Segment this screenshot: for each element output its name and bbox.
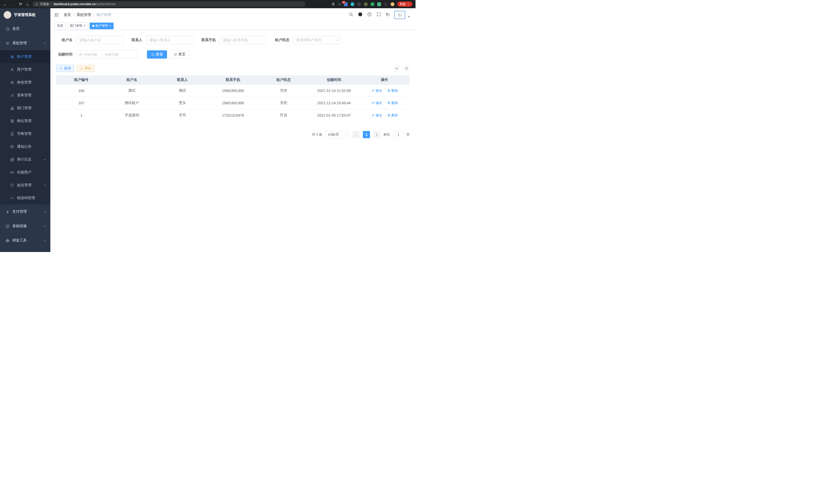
fullscreen-icon[interactable] bbox=[376, 12, 381, 18]
status-label: 租户状态 bbox=[275, 38, 289, 42]
bookmark-star-icon[interactable]: ☆ bbox=[338, 2, 341, 6]
active-dot-icon bbox=[92, 25, 94, 27]
edit-button[interactable]: 修改 bbox=[371, 101, 382, 105]
add-button[interactable]: 新增 bbox=[56, 65, 74, 72]
tab-label: 首页 bbox=[57, 24, 63, 28]
sidebar-item-home[interactable]: 首页 bbox=[0, 22, 50, 36]
delete-button[interactable]: 删除 bbox=[387, 88, 398, 93]
url-domain: dashboard.yudao.iocoder.cn bbox=[54, 2, 95, 6]
date-start-input[interactable] bbox=[84, 53, 101, 57]
menu-kebab-icon[interactable]: ⋮ bbox=[407, 2, 410, 6]
breadcrumb-separator: / bbox=[73, 13, 74, 17]
browser-forward-icon[interactable]: → bbox=[11, 2, 15, 6]
chevron-down-icon bbox=[44, 158, 46, 160]
browser-refresh-icon[interactable]: ⟳ bbox=[19, 2, 22, 6]
code-icon bbox=[10, 196, 14, 200]
sidebar-item-infrastructure[interactable]: 基础设施 bbox=[0, 219, 50, 233]
browser-back-icon[interactable]: ← bbox=[3, 2, 7, 6]
address-bar[interactable]: ⚠ 不安全 dashboard.yudao.iocoder.cn/system/… bbox=[32, 1, 305, 7]
extension-icon-6[interactable] bbox=[377, 2, 381, 6]
help-icon[interactable]: ? bbox=[367, 12, 372, 18]
breadcrumb-item[interactable]: 首页 bbox=[64, 12, 71, 17]
github-icon[interactable] bbox=[358, 12, 363, 18]
tab-tenant[interactable]: 租户管理 × bbox=[90, 23, 114, 29]
page-number-button[interactable]: 1 bbox=[363, 131, 370, 138]
header-search-icon[interactable] bbox=[349, 12, 353, 18]
sidebar-item-sms[interactable]: 短信管理 bbox=[0, 179, 50, 191]
extension-icon-7[interactable] bbox=[384, 2, 388, 6]
tenant-name-input[interactable] bbox=[76, 36, 124, 44]
edit-button[interactable]: 修改 bbox=[371, 88, 382, 93]
sidebar-item-system[interactable]: 系统管理 bbox=[0, 36, 50, 50]
sidebar-item-online-users[interactable]: 在线用户 bbox=[0, 166, 50, 179]
sidebar-item-payment[interactable]: 支付管理 bbox=[0, 205, 50, 219]
goto-page-input[interactable] bbox=[393, 131, 403, 138]
sidebar-item-dict[interactable]: 字典管理 bbox=[0, 127, 50, 140]
prev-page-button[interactable]: ‹ bbox=[352, 131, 360, 138]
sidebar-item-label: 错误码管理 bbox=[17, 196, 35, 200]
chevron-down-icon[interactable] bbox=[408, 16, 410, 18]
sidebar-item-label: 在线用户 bbox=[17, 170, 31, 175]
extension-icon-2[interactable] bbox=[350, 2, 354, 6]
contact-input[interactable] bbox=[146, 36, 194, 44]
app-header: 首页 / 系统管理 / 租户管理 ? TT bbox=[50, 8, 416, 22]
cell-mobile: 17321315478 bbox=[208, 109, 258, 121]
export-button[interactable]: 导出 bbox=[77, 65, 94, 72]
extension-icon-3[interactable] bbox=[357, 2, 361, 6]
date-end-input[interactable] bbox=[105, 53, 122, 57]
sidebar-item-label: 系统管理 bbox=[12, 41, 27, 46]
extension-icon-4[interactable] bbox=[364, 2, 368, 6]
date-range-picker[interactable]: - bbox=[76, 50, 137, 59]
app-logo[interactable]: 芋道管理系统 bbox=[0, 8, 50, 22]
create-time-label: 创建时间 bbox=[56, 52, 73, 57]
search-icon bbox=[395, 67, 398, 70]
sidebar-item-error-code[interactable]: 错误码管理 bbox=[0, 191, 50, 205]
share-icon[interactable] bbox=[332, 2, 335, 6]
tab-dept[interactable]: 部门管理 × bbox=[67, 23, 88, 29]
sidebar-item-menu[interactable]: 菜单管理 bbox=[0, 89, 50, 102]
trash-icon bbox=[387, 101, 391, 105]
browser-update-button[interactable]: 更新 ⋮ bbox=[397, 2, 412, 7]
sidebar-item-label: 首页 bbox=[12, 26, 20, 31]
page-size-select[interactable]: 10条/页 bbox=[325, 131, 349, 138]
status-select[interactable]: 请选择租户状态 bbox=[293, 36, 341, 44]
cell-status: 关闭 bbox=[258, 97, 309, 109]
edit-square-icon bbox=[10, 158, 14, 161]
refresh-table-button[interactable] bbox=[403, 65, 410, 72]
mobile-input[interactable] bbox=[220, 36, 267, 44]
sidebar-item-role[interactable]: 角色管理 bbox=[0, 76, 50, 89]
sidebar-item-notice[interactable]: 通知公告 bbox=[0, 140, 50, 153]
chevron-down-icon bbox=[44, 184, 46, 186]
user-avatar[interactable] bbox=[395, 11, 405, 19]
next-page-button[interactable]: › bbox=[373, 131, 380, 138]
profile-avatar-icon[interactable] bbox=[391, 2, 395, 6]
reset-button[interactable]: 重置 bbox=[170, 50, 190, 59]
sidebar-item-user[interactable]: 用户管理 bbox=[0, 63, 50, 76]
security-label[interactable]: 不安全 bbox=[40, 2, 49, 6]
browser-home-icon[interactable]: ⌂ bbox=[26, 2, 29, 6]
sidebar-collapse-button[interactable] bbox=[54, 12, 59, 18]
refresh-icon bbox=[405, 67, 408, 70]
extension-icon-5[interactable] bbox=[371, 2, 374, 6]
extension-icon-1[interactable]: 10 bbox=[344, 2, 348, 6]
sidebar-item-dept[interactable]: 部门管理 bbox=[0, 102, 50, 115]
search-button[interactable]: 搜索 bbox=[147, 50, 167, 59]
broken-image-icon bbox=[398, 13, 402, 17]
table-row: 107 测试租户 秃头 15601691300 关闭 2021-12-14 20… bbox=[56, 97, 410, 109]
sidebar-item-audit-log[interactable]: 审计日志 bbox=[0, 153, 50, 166]
toolbox-icon bbox=[6, 239, 9, 242]
close-icon[interactable]: × bbox=[84, 24, 86, 28]
close-icon[interactable]: × bbox=[109, 24, 111, 28]
delete-button[interactable]: 删除 bbox=[387, 101, 398, 105]
shield-icon bbox=[10, 183, 14, 187]
delete-button[interactable]: 删除 bbox=[387, 113, 398, 118]
toggle-search-button[interactable] bbox=[393, 65, 400, 72]
edit-button[interactable]: 修改 bbox=[371, 113, 382, 118]
sidebar-item-tenant[interactable]: 租户管理 bbox=[0, 50, 50, 63]
breadcrumb-item[interactable]: 系统管理 bbox=[77, 12, 91, 17]
sidebar-item-devtools[interactable]: 研发工具 bbox=[0, 233, 50, 248]
column-header: 租户编号 bbox=[56, 76, 107, 85]
font-size-icon[interactable]: TT bbox=[386, 12, 390, 17]
sidebar-item-post[interactable]: 岗位管理 bbox=[0, 115, 50, 127]
tab-home[interactable]: 首页 bbox=[55, 23, 66, 29]
